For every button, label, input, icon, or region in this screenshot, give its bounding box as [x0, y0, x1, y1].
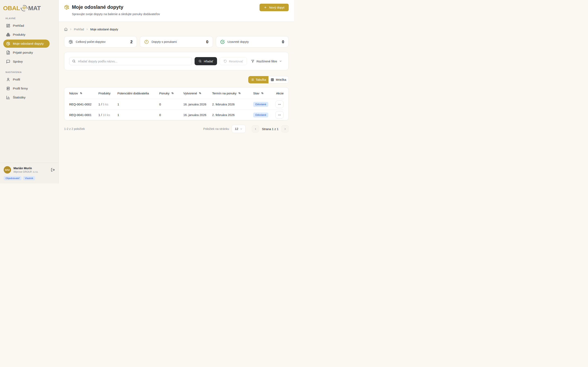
- sidebar-item-statistiky[interactable]: Štatistiky: [3, 93, 50, 101]
- new-inquiry-label: Nový dopyt: [269, 6, 285, 9]
- new-inquiry-button[interactable]: Nový dopyt: [259, 4, 289, 11]
- advanced-filters-label: Rozšírené filtre: [256, 59, 277, 63]
- inquiries-table: Názov Produkty Potenciálni dodávatelia P…: [64, 87, 289, 120]
- ellipsis-icon: [278, 103, 281, 106]
- chevron-down-icon: [279, 60, 282, 63]
- sidebar-item-profil[interactable]: Profil: [3, 75, 50, 83]
- per-page-select[interactable]: 12: [232, 125, 246, 133]
- list-icon: [251, 78, 254, 81]
- table-header-row: Názov Produkty Potenciálni dodávatelia P…: [69, 87, 284, 99]
- cell-created: 16. januára 2026: [183, 113, 212, 117]
- view-toggle-table-label: Tabuľka: [256, 78, 266, 81]
- plus-icon: [264, 6, 267, 9]
- sidebar-item-label: Štatistiky: [13, 96, 26, 99]
- grid-icon: [271, 78, 274, 81]
- cell-created: 16. januára 2026: [183, 103, 212, 106]
- sidebar-item-moje-odoslane-dopyty[interactable]: Moje odoslané dopyty: [3, 40, 50, 48]
- sidebar-item-label: Profil firmy: [13, 87, 28, 90]
- search-button[interactable]: Hľadať: [195, 57, 217, 65]
- sort-icon[interactable]: [199, 92, 201, 95]
- cell-suppliers: 1: [117, 103, 159, 106]
- sort-icon[interactable]: [171, 92, 174, 95]
- table-row[interactable]: REQ-0041-0002 1 / 5 ks 1 0 16. januára 2…: [69, 99, 284, 110]
- chevron-down-icon: [240, 128, 242, 130]
- advanced-filters-button[interactable]: Rozšírené filtre: [250, 57, 284, 65]
- column-header-termin[interactable]: Termín na ponuky: [212, 92, 253, 95]
- pagination: 1-2 z 2 položiek Položiek na stránku 12 …: [64, 125, 289, 133]
- cell-suppliers: 1: [117, 113, 159, 117]
- page-title: Moje odoslané dopyty: [72, 4, 123, 10]
- stat-card-closed: Uzavreté dopyty 0: [216, 36, 289, 48]
- table-row[interactable]: REQ-0041-0001 1 / 10 ks 1 0 16. januára …: [69, 110, 284, 120]
- package-search-icon: [69, 40, 73, 44]
- column-header-ponuky[interactable]: Ponuky: [159, 92, 183, 95]
- per-page-value: 12: [235, 127, 238, 131]
- sort-icon[interactable]: [238, 92, 241, 95]
- prev-page-button[interactable]: [252, 125, 259, 133]
- sidebar-item-prijate-ponuky[interactable]: Prijaté ponuky: [3, 49, 50, 57]
- chevron-left-icon: [254, 127, 257, 131]
- user-icon: [6, 77, 10, 82]
- column-header-stav[interactable]: Stav: [253, 92, 275, 95]
- cell-deadline: 2. februára 2026: [212, 113, 253, 117]
- cell-status: Odoslané: [253, 102, 275, 107]
- sidebar-item-produkty[interactable]: Produkty: [3, 31, 50, 39]
- sidebar-item-label: Správy: [13, 60, 23, 63]
- main-area: Moje odoslané dopyty Spravujte svoje dop…: [59, 0, 294, 184]
- ellipsis-icon: [278, 113, 281, 117]
- status-badge: Odoslané: [253, 113, 268, 117]
- row-actions-button[interactable]: [276, 100, 284, 108]
- cell-status: Odoslané: [253, 113, 275, 117]
- logo-text-obal: OBAL: [3, 5, 20, 12]
- reset-button[interactable]: Resetovať: [220, 57, 247, 65]
- next-page-button[interactable]: [281, 125, 289, 133]
- page-content: Prehľad Moje odoslané dopyty Celkový poč…: [59, 22, 294, 184]
- message-icon: [6, 59, 10, 64]
- search-input[interactable]: [69, 57, 192, 65]
- avatar: MM: [4, 166, 11, 174]
- role-badge-vlastnik: Vlastník: [23, 176, 35, 180]
- sidebar-item-prehlad[interactable]: Prehľad: [3, 22, 50, 30]
- column-header-nazov[interactable]: Názov: [69, 92, 98, 95]
- column-header-dodavatelia: Potenciálni dodávatelia: [117, 92, 159, 95]
- sidebar-item-label: Moje odoslané dopyty: [13, 42, 44, 45]
- breadcrumb-current: Moje odoslané dopyty: [90, 28, 118, 31]
- row-actions-button[interactable]: [276, 111, 284, 119]
- view-toggle-table[interactable]: Tabuľka: [248, 76, 268, 83]
- logo-box-icon: [20, 4, 28, 12]
- sidebar-item-spravy[interactable]: Správy: [3, 58, 50, 66]
- cell-products: 1 / 5 ks: [98, 103, 117, 106]
- view-toggle-grid[interactable]: Mriežka: [268, 76, 289, 83]
- sidebar-nav-settings: Profil Profil firmy Štatistiky: [0, 75, 59, 101]
- breadcrumb-prehlad[interactable]: Prehľad: [74, 28, 84, 31]
- stat-label: Uzavreté dopyty: [227, 40, 249, 43]
- reset-icon: [224, 59, 227, 63]
- sidebar-item-label: Prehľad: [13, 24, 24, 27]
- sidebar-section-main: HLAVNÉ: [6, 17, 59, 20]
- sidebar-item-label: Produkty: [13, 33, 25, 36]
- package-search-icon: [6, 42, 10, 46]
- stat-value: 0: [282, 40, 284, 44]
- user-company: iMprove GROUP, s.r.o.: [13, 170, 38, 173]
- pagination-summary: 1-2 z 2 položiek: [64, 127, 85, 131]
- cell-products: 1 / 10 ks: [98, 113, 117, 117]
- sidebar-section-settings: NASTAVENIA: [6, 71, 59, 73]
- stats-row: Celkový počet dopytov 2 Dopyty s ponukam…: [64, 36, 289, 48]
- sort-icon[interactable]: [261, 92, 264, 95]
- boxes-icon: [6, 33, 10, 37]
- stat-value: 2: [130, 40, 132, 44]
- page-status: Strana 1 z 1: [262, 127, 278, 131]
- sidebar-item-label: Profil: [13, 78, 20, 81]
- column-header-vytvorene[interactable]: Vytvorené: [183, 92, 212, 95]
- home-icon[interactable]: [64, 27, 68, 31]
- search-panel: Hľadať Resetovať Rozšírené filtre: [64, 52, 289, 70]
- brand-logo[interactable]: OBAL MAT: [0, 0, 59, 12]
- filter-icon: [251, 59, 254, 63]
- stat-label: Dopyty s ponukami: [151, 40, 177, 43]
- dashboard-icon: [6, 24, 10, 28]
- cell-offers: 0: [159, 113, 183, 117]
- sort-icon[interactable]: [80, 92, 82, 95]
- logout-icon[interactable]: [51, 168, 55, 172]
- view-toggle: Tabuľka Mriežka: [64, 76, 289, 83]
- sidebar-item-profil-firmy[interactable]: Profil firmy: [3, 84, 50, 92]
